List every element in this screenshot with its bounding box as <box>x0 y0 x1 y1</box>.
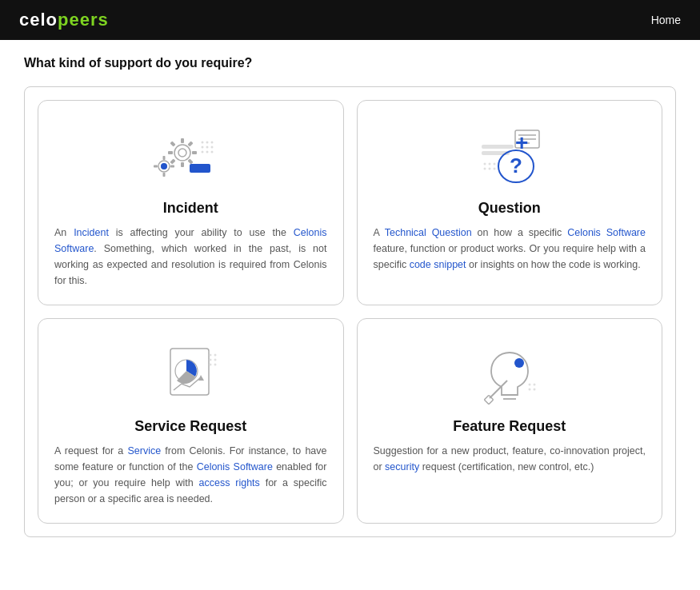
svg-point-53 <box>514 358 524 368</box>
svg-rect-12 <box>163 156 166 160</box>
svg-point-20 <box>211 141 214 143</box>
support-question: What kind of support do you require? <box>24 56 676 70</box>
logo-celo: celo <box>19 10 58 30</box>
svg-rect-17 <box>190 164 210 173</box>
svg-point-37 <box>488 162 490 165</box>
svg-marker-44 <box>198 375 204 381</box>
header: celopeers Home <box>0 0 700 40</box>
question-title: Question <box>478 200 541 217</box>
svg-point-38 <box>493 162 495 165</box>
question-desc: A Technical Question on how a specific C… <box>374 225 646 273</box>
incident-desc: An Incident is affecting your ability to… <box>54 225 327 289</box>
svg-point-23 <box>211 146 214 148</box>
logo-peers: peers <box>58 10 109 30</box>
incident-card[interactable]: Incident An Incident is affecting your a… <box>38 100 344 305</box>
svg-point-58 <box>528 388 530 390</box>
svg-rect-8 <box>188 158 194 164</box>
service-request-card[interactable]: Service Request A request for a Service … <box>38 318 344 524</box>
svg-point-0 <box>174 145 190 161</box>
svg-point-48 <box>214 358 217 361</box>
svg-text:?: ? <box>510 153 522 177</box>
svg-point-21 <box>202 146 204 148</box>
svg-point-40 <box>488 167 490 169</box>
incident-title: Incident <box>163 200 218 217</box>
svg-rect-13 <box>163 173 166 177</box>
feature-request-card[interactable]: Feature Request Suggestion for a new pro… <box>357 318 663 524</box>
svg-rect-15 <box>154 165 158 167</box>
svg-rect-31 <box>482 145 514 149</box>
feature-request-title: Feature Request <box>453 418 566 435</box>
svg-point-22 <box>206 146 209 148</box>
svg-point-36 <box>483 162 486 165</box>
svg-point-45 <box>210 353 212 356</box>
logo: celopeers <box>19 10 109 30</box>
question-icon: + ? <box>466 120 554 192</box>
service-request-icon <box>146 338 234 410</box>
service-request-title: Service Request <box>134 418 246 435</box>
svg-point-25 <box>206 150 209 153</box>
svg-point-19 <box>206 141 209 143</box>
svg-rect-9 <box>170 141 176 146</box>
svg-point-16 <box>161 163 167 169</box>
cards-grid: Incident An Incident is affecting your a… <box>24 86 676 537</box>
svg-rect-4 <box>192 151 197 154</box>
service-request-desc: A request for a Service from Celonis. Fo… <box>54 443 327 507</box>
svg-point-39 <box>483 167 486 169</box>
svg-rect-6 <box>188 141 194 146</box>
svg-point-26 <box>211 150 214 153</box>
svg-point-50 <box>214 363 217 365</box>
svg-point-56 <box>528 383 530 385</box>
main-content: What kind of support do you require? <box>0 40 700 561</box>
svg-point-24 <box>202 150 204 153</box>
svg-point-57 <box>533 383 535 385</box>
svg-rect-7 <box>170 158 176 164</box>
svg-point-41 <box>493 167 495 169</box>
svg-point-49 <box>210 363 212 365</box>
question-card[interactable]: + ? Question A Technical Question on how… <box>357 100 663 305</box>
svg-point-18 <box>202 141 204 143</box>
feature-request-icon <box>466 338 554 410</box>
feature-request-desc: Suggestion for a new product, feature, c… <box>374 443 646 475</box>
svg-rect-14 <box>170 165 174 167</box>
incident-icon <box>146 120 234 192</box>
svg-point-59 <box>533 388 535 390</box>
svg-point-47 <box>210 358 212 361</box>
svg-rect-5 <box>168 151 173 154</box>
svg-rect-2 <box>181 138 184 143</box>
svg-point-1 <box>178 149 186 157</box>
nav-home-link[interactable]: Home <box>651 14 681 26</box>
svg-point-46 <box>214 353 217 356</box>
svg-rect-3 <box>181 162 184 167</box>
